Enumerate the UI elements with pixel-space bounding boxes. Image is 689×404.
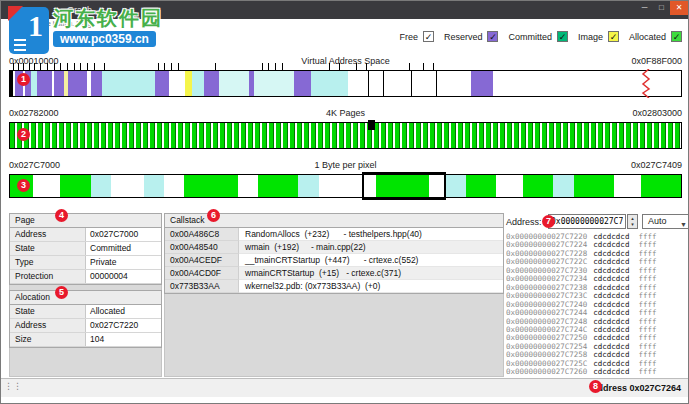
- address-input[interactable]: [548, 214, 626, 229]
- legend-item-image: Image✓: [578, 31, 619, 42]
- address-spinner[interactable]: ▴ ▾: [627, 214, 638, 229]
- memory-segment[interactable]: [91, 71, 102, 96]
- memory-segment[interactable]: [184, 175, 238, 197]
- memory-segment[interactable]: [641, 175, 681, 197]
- memory-segment[interactable]: [311, 71, 348, 96]
- legend-label: Committed: [508, 32, 552, 42]
- watermark-site-name: 河东软件园: [53, 7, 163, 29]
- allocation-tick: [60, 63, 61, 70]
- allocation-tick: [74, 63, 75, 70]
- legend-checkbox-image[interactable]: ✓: [608, 31, 619, 42]
- memory-segment[interactable]: [412, 71, 435, 96]
- minimize-icon[interactable]: ─: [636, 1, 653, 15]
- memory-segment[interactable]: [144, 175, 164, 197]
- memory-segment[interactable]: [33, 175, 60, 197]
- annotation-badge-7: 7: [542, 215, 555, 228]
- memory-segment[interactable]: [298, 175, 318, 197]
- legend-label: Reserved: [444, 32, 483, 42]
- table-row[interactable]: Address0x027C7000: [10, 228, 161, 242]
- memory-segment[interactable]: [68, 71, 87, 96]
- frame-description: RandomAllocs (+232) - testhelpers.hpp(40…: [239, 228, 503, 241]
- memory-segment[interactable]: [91, 175, 111, 197]
- memory-segment[interactable]: [37, 71, 52, 96]
- memory-segment[interactable]: [319, 175, 363, 197]
- memory-segment[interactable]: [614, 175, 641, 197]
- spinner-down-icon[interactable]: ▾: [628, 221, 637, 227]
- memory-segment[interactable]: [54, 71, 63, 96]
- memory-segment[interactable]: [446, 175, 466, 197]
- allocation-tick: [87, 63, 88, 70]
- table-row[interactable]: StateCommitted: [10, 242, 161, 256]
- address-break-icon: [641, 69, 651, 98]
- mode-dropdown[interactable]: Auto ▼: [642, 214, 689, 229]
- allocation-selection-box[interactable]: [362, 172, 446, 200]
- callstack-row[interactable]: 0x773B33AAwkernel32.pdb: (0x773B33AA) (+…: [165, 280, 503, 293]
- annotation-badge-4: 4: [55, 209, 68, 222]
- table-row[interactable]: Size104: [10, 333, 161, 347]
- memory-segment[interactable]: [574, 175, 614, 197]
- current-page-marker[interactable]: [368, 120, 375, 130]
- memory-segment[interactable]: [496, 175, 523, 197]
- hex-value: cdcdcdcd: [593, 291, 629, 300]
- memory-segment[interactable]: [348, 71, 368, 96]
- legend-item-committed: Committed✓: [508, 31, 568, 42]
- allocation-tick: [171, 63, 172, 70]
- allocation-tick: [423, 63, 424, 70]
- memory-segment[interactable]: [238, 175, 258, 197]
- close-icon[interactable]: ✕: [670, 1, 688, 15]
- callstack-row[interactable]: 0x00A4CD0FwmainCRTStartup (+15) - crtexe…: [165, 267, 503, 280]
- callstack-row[interactable]: 0x00A48540wmain (+192) - main.cpp(22): [165, 241, 503, 254]
- table-row[interactable]: Protection00000004: [10, 270, 161, 284]
- memory-segment[interactable]: [523, 175, 553, 197]
- memory-segment[interactable]: [493, 71, 681, 96]
- memory-segment[interactable]: [102, 71, 156, 96]
- legend-item-free: Free✓: [399, 31, 434, 42]
- row-label: Protection: [10, 270, 86, 283]
- memory-segment[interactable]: [553, 175, 573, 197]
- legend-checkbox-reserved[interactable]: ✓: [487, 31, 498, 42]
- memory-segment[interactable]: [294, 71, 311, 96]
- table-row[interactable]: StateAllocated: [10, 305, 161, 319]
- bytes-bar[interactable]: [9, 174, 682, 198]
- callstack-row[interactable]: 0x00A4CEDF__tmainCRTStartup (+447) - crt…: [165, 254, 503, 267]
- memory-segment[interactable]: [437, 71, 471, 96]
- memory-segment[interactable]: [258, 175, 298, 197]
- legend-checkbox-allocated[interactable]: ✓: [671, 31, 682, 42]
- memory-segment[interactable]: [254, 71, 294, 96]
- virtual-address-space-bar[interactable]: [9, 70, 682, 97]
- memory-segment[interactable]: [471, 71, 493, 96]
- memory-segment[interactable]: [384, 71, 411, 96]
- memory-segment[interactable]: [164, 175, 184, 197]
- memory-segment[interactable]: [185, 71, 192, 96]
- memory-segment[interactable]: [192, 71, 204, 96]
- memory-segment[interactable]: [155, 71, 168, 96]
- legend-checkbox-committed[interactable]: ✓: [557, 31, 568, 42]
- legend-item-reserved: Reserved✓: [444, 31, 499, 42]
- maximize-icon[interactable]: □: [653, 1, 670, 15]
- row-value: 00000004: [86, 270, 161, 283]
- allocation-tick: [339, 63, 340, 70]
- legend-checkbox-free[interactable]: ✓: [423, 31, 434, 42]
- row-value: Private: [86, 256, 161, 269]
- allocation-tick: [158, 63, 159, 70]
- pages-bar[interactable]: [9, 122, 682, 149]
- allocation-tick: [356, 63, 357, 70]
- table-row[interactable]: Address0x027C7220: [10, 319, 161, 333]
- memory-segment[interactable]: [169, 71, 185, 96]
- table-row[interactable]: TypePrivate: [10, 256, 161, 270]
- page-table-header: Page: [10, 214, 161, 228]
- callstack-row[interactable]: 0x00A486C8RandomAllocs (+232) - testhelp…: [165, 228, 503, 241]
- hex-ascii: ffff: [638, 291, 656, 300]
- hex-value: cdcdcdcd: [593, 257, 629, 266]
- memory-segment[interactable]: [369, 71, 382, 96]
- frame-description: wmainCRTStartup (+15) - crtexe.c(371): [239, 267, 503, 280]
- memory-segment[interactable]: [219, 71, 249, 96]
- memory-segment[interactable]: [466, 175, 496, 197]
- hex-dump[interactable]: 0x00000000027C7220cdcdcdcdffff0x00000000…: [506, 233, 688, 377]
- memory-segment[interactable]: [60, 175, 90, 197]
- memory-segment[interactable]: [204, 71, 219, 96]
- annotation-badge-5: 5: [55, 286, 68, 299]
- annotation-badge-6: 6: [207, 209, 220, 222]
- memory-segment[interactable]: [111, 175, 145, 197]
- hex-row[interactable]: 0x00000000027C7260cdcdcdcdffff: [506, 368, 688, 376]
